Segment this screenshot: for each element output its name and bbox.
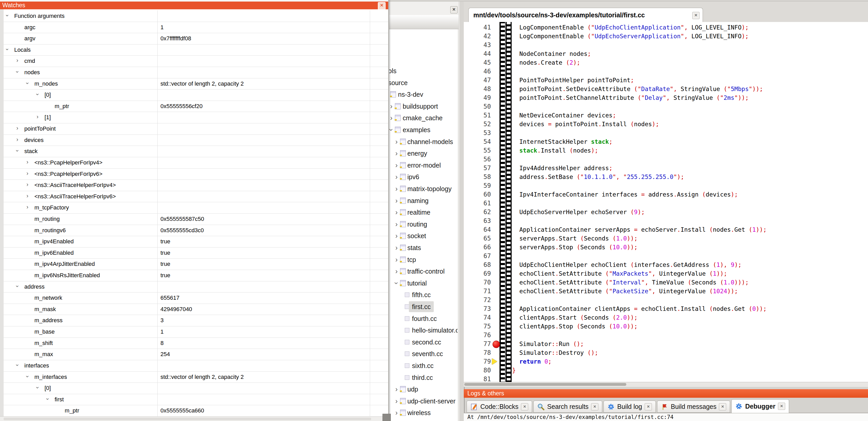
line-number[interactable]: 56 bbox=[464, 155, 491, 164]
watch-row[interactable]: m_routing0x555555587c50 bbox=[4, 213, 388, 225]
code-line-54[interactable]: 54 InternetStackHelper stack; bbox=[464, 137, 868, 146]
chevron-right-icon[interactable]: › bbox=[393, 254, 400, 265]
chevron-down-icon[interactable]: › bbox=[24, 80, 31, 86]
line-number[interactable]: 73 bbox=[464, 304, 491, 313]
code-line-74[interactable]: 74 clientApps.Start (Seconds (2.0)); bbox=[464, 313, 868, 322]
watch-row[interactable]: m_mask4294967040 bbox=[4, 303, 388, 315]
chevron-down-icon[interactable]: › bbox=[24, 374, 31, 380]
code-line-53[interactable]: 53 bbox=[464, 129, 868, 137]
tree-item-udp-client-server[interactable]: ›udp-client-server bbox=[388, 396, 458, 407]
logs-tab-debugger[interactable]: Debugger✕ bbox=[731, 399, 789, 413]
watch-row[interactable]: m_ptr0x55555556cf20 bbox=[4, 101, 388, 112]
watches-hscrollbar-thumb[interactable] bbox=[4, 418, 371, 420]
line-number[interactable]: 55 bbox=[464, 146, 491, 155]
tree-item-socket[interactable]: ›socket bbox=[388, 230, 458, 241]
line-number[interactable]: 46 bbox=[464, 67, 491, 76]
chevron-right-icon[interactable]: › bbox=[393, 183, 400, 194]
code-editor[interactable]: 41 LogComponentEnable ("UdpEchoClientApp… bbox=[464, 22, 868, 382]
watch-row[interactable]: argc1 bbox=[4, 22, 388, 33]
code-line-61[interactable]: 61 bbox=[464, 199, 868, 208]
code-line-57[interactable]: 57 Ipv4AddressHelper address; bbox=[464, 164, 868, 172]
chevron-right-icon[interactable]: › bbox=[393, 242, 400, 253]
chevron-right-icon[interactable]: › bbox=[14, 57, 21, 64]
watches-resize-grip[interactable] bbox=[382, 414, 391, 421]
watch-row[interactable]: ›<ns3::AsciiTraceHelperForIpv6> bbox=[4, 191, 388, 202]
chevron-right-icon[interactable]: › bbox=[24, 170, 31, 177]
line-number[interactable]: 77 bbox=[464, 339, 491, 348]
logs-tab-code-blocks[interactable]: Code::Blocks✕ bbox=[467, 400, 532, 413]
code-line-66[interactable]: 66 serverApps.Stop (Seconds (10.0)); bbox=[464, 243, 868, 252]
watch-row[interactable]: ›m_interfacesstd::vector of length 2, ca… bbox=[4, 371, 388, 383]
line-number[interactable]: 50 bbox=[464, 102, 491, 111]
line-number[interactable]: 76 bbox=[464, 331, 491, 339]
code-line-59[interactable]: 59 bbox=[464, 181, 868, 190]
code-line-75[interactable]: 75 clientApps.Stop (Seconds (10.0)); bbox=[464, 322, 868, 331]
editor-tab-first-cc[interactable]: mnt/dev/tools/source/ns-3-dev/examples/t… bbox=[468, 8, 703, 22]
line-number[interactable]: 71 bbox=[464, 287, 491, 296]
watch-row[interactable]: ›Locals bbox=[4, 44, 388, 56]
chevron-right-icon[interactable]: › bbox=[393, 407, 400, 418]
chevron-right-icon[interactable]: › bbox=[34, 114, 41, 120]
line-number[interactable]: 62 bbox=[464, 208, 491, 217]
tree-item-source[interactable]: source bbox=[388, 77, 458, 88]
watch-row[interactable]: m_ipv4Enabledtrue bbox=[4, 236, 388, 248]
watch-row[interactable]: ›<ns3::PcapHelperForIpv6> bbox=[4, 168, 388, 180]
close-icon[interactable]: ✕ bbox=[692, 12, 700, 19]
watch-row[interactable]: ›devices bbox=[4, 134, 388, 146]
line-number[interactable]: 69 bbox=[464, 269, 491, 278]
code-line-64[interactable]: 64 ApplicationContainer serverApps = ech… bbox=[464, 225, 868, 234]
chevron-down-icon[interactable]: › bbox=[4, 12, 10, 19]
line-number[interactable]: 65 bbox=[464, 234, 491, 243]
chevron-down-icon[interactable]: › bbox=[34, 91, 41, 97]
line-number[interactable]: 61 bbox=[464, 199, 491, 208]
close-icon[interactable]: ✕ bbox=[450, 6, 458, 13]
line-number[interactable]: 72 bbox=[464, 296, 491, 304]
watch-row[interactable]: m_ipv6NsRsJitterEnabledtrue bbox=[4, 270, 388, 281]
chevron-right-icon[interactable]: › bbox=[14, 136, 21, 143]
line-number[interactable]: 52 bbox=[464, 120, 491, 129]
watch-row[interactable]: m_ptr0x5555555ca660 bbox=[4, 405, 388, 416]
tree-item-third-cc[interactable]: third.cc bbox=[388, 372, 458, 383]
line-number[interactable]: 67 bbox=[464, 252, 491, 260]
code-line-46[interactable]: 46 bbox=[464, 67, 868, 76]
code-line-80[interactable]: 80} bbox=[464, 366, 868, 375]
chevron-right-icon[interactable]: › bbox=[393, 396, 400, 407]
code-line-81[interactable]: 81 bbox=[464, 375, 868, 382]
tree-item-traffic-control[interactable]: ›traffic-control bbox=[388, 266, 458, 277]
chevron-right-icon[interactable]: › bbox=[14, 125, 21, 132]
watch-row[interactable]: m_address3 bbox=[4, 315, 388, 326]
tree-item-first-cc[interactable]: first.cc bbox=[388, 301, 458, 312]
line-number[interactable]: 70 bbox=[464, 278, 491, 287]
line-number[interactable]: 59 bbox=[464, 181, 491, 190]
watch-row[interactable]: ›first bbox=[4, 394, 388, 406]
code-line-77[interactable]: 77 Simulator::Run (); bbox=[464, 339, 868, 348]
line-number[interactable]: 79 bbox=[464, 357, 491, 366]
watches-hscrollbar[interactable] bbox=[0, 416, 388, 421]
code-line-58[interactable]: 58 address.SetBase ("10.1.1.0", "255.255… bbox=[464, 172, 868, 181]
code-line-52[interactable]: 52 devices = pointToPoint.Install (nodes… bbox=[464, 120, 868, 129]
code-line-45[interactable]: 45 nodes.Create (2); bbox=[464, 58, 868, 67]
tree-item-routing[interactable]: ›routing bbox=[388, 219, 458, 230]
chevron-right-icon[interactable]: › bbox=[393, 230, 400, 241]
code-line-44[interactable]: 44 NodeContainer nodes; bbox=[464, 50, 868, 58]
breakpoint-icon[interactable] bbox=[493, 341, 500, 348]
line-number[interactable]: 64 bbox=[464, 225, 491, 234]
code-line-48[interactable]: 48 pointToPoint.SetDeviceAttribute ("Dat… bbox=[464, 85, 868, 93]
line-number[interactable]: 51 bbox=[464, 111, 491, 120]
line-number[interactable]: 44 bbox=[464, 50, 491, 58]
line-number[interactable]: 68 bbox=[464, 260, 491, 269]
watch-row[interactable]: ›<ns3::PcapHelperForIpv4> bbox=[4, 157, 388, 169]
code-line-42[interactable]: 42 LogComponentEnable ("UdpEchoServerApp… bbox=[464, 32, 868, 41]
editor-hscrollbar[interactable] bbox=[464, 382, 868, 387]
close-icon[interactable]: ✕ bbox=[521, 403, 528, 411]
line-number[interactable]: 60 bbox=[464, 190, 491, 199]
watch-row[interactable]: ›m_nodesstd::vector of length 2, capacit… bbox=[4, 78, 388, 90]
close-icon[interactable]: ✕ bbox=[378, 2, 385, 10]
watch-row[interactable]: m_network655617 bbox=[4, 292, 388, 304]
watch-row[interactable]: ›interfaces bbox=[4, 360, 388, 371]
code-line-72[interactable]: 72 bbox=[464, 296, 868, 304]
tree-item-fifth-cc[interactable]: fifth.cc bbox=[388, 289, 458, 300]
chevron-right-icon[interactable]: › bbox=[393, 266, 400, 277]
line-number[interactable]: 74 bbox=[464, 313, 491, 322]
chevron-right-icon[interactable]: › bbox=[393, 195, 400, 206]
